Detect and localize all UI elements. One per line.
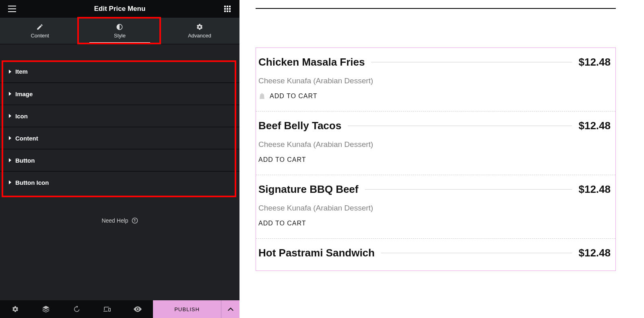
tab-advanced[interactable]: Advanced — [160, 18, 239, 44]
history-icon — [73, 306, 80, 313]
caret-right-icon — [9, 158, 11, 162]
menu-item-description: Cheese Kunafa (Arabian Dessert) — [258, 140, 611, 149]
svg-rect-5 — [229, 8, 231, 10]
menu-item: Signature BBQ Beef $12.48 Cheese Kunafa … — [256, 175, 615, 239]
cart-label: ADD TO CART — [258, 220, 306, 227]
section-label: Button — [15, 157, 35, 164]
caret-right-icon — [9, 180, 11, 184]
panel-footer: PUBLISH — [0, 300, 239, 318]
menu-item-title: Signature BBQ Beef — [258, 183, 359, 196]
menu-item-title: Beef Belly Tacos — [258, 120, 341, 132]
section-label: Item — [15, 68, 28, 75]
cart-label: ADD TO CART — [258, 156, 306, 163]
section-label: Icon — [15, 113, 28, 120]
gear-icon — [12, 306, 19, 313]
caret-right-icon — [9, 92, 11, 96]
menu-item-price: $12.48 — [578, 183, 611, 196]
publish-options-button[interactable] — [221, 300, 239, 318]
preview-canvas: Chicken Masala Fries $12.48 Cheese Kunaf… — [239, 0, 644, 318]
svg-rect-7 — [227, 10, 228, 12]
apps-button[interactable] — [219, 0, 236, 18]
need-help-link[interactable]: Need Help — [0, 217, 239, 224]
section-content[interactable]: Content — [0, 127, 239, 149]
footer-preview[interactable] — [122, 300, 153, 318]
tab-label: Advanced — [188, 33, 211, 39]
tab-label: Style — [114, 33, 126, 39]
help-icon — [132, 217, 138, 224]
svg-rect-4 — [227, 8, 228, 10]
panel-header: Edit Price Menu — [0, 0, 239, 18]
chevron-up-icon — [228, 308, 233, 311]
layers-icon — [42, 305, 50, 313]
eye-icon — [134, 306, 142, 312]
menu-button[interactable] — [3, 0, 21, 18]
svg-rect-3 — [224, 8, 226, 10]
cart-icon — [258, 93, 266, 100]
menu-item: Hot Pastrami Sandwich $12.48 — [256, 239, 615, 271]
gear-icon — [196, 23, 203, 31]
svg-rect-8 — [229, 10, 231, 12]
title-separator — [348, 126, 572, 126]
menu-item-price: $12.48 — [578, 56, 611, 68]
svg-rect-0 — [224, 6, 226, 7]
caret-right-icon — [9, 136, 11, 140]
menu-item: Chicken Masala Fries $12.48 Cheese Kunaf… — [256, 48, 615, 112]
footer-history[interactable] — [61, 300, 92, 318]
cart-label: ADD TO CART — [270, 93, 318, 100]
caret-right-icon — [9, 70, 11, 74]
caret-right-icon — [9, 114, 11, 118]
title-separator — [371, 62, 572, 62]
editor-panel: Edit Price Menu Content Style — [0, 0, 239, 318]
add-to-cart-button[interactable]: ADD TO CART — [258, 93, 611, 100]
menu-item-description: Cheese Kunafa (Arabian Dessert) — [258, 76, 611, 85]
menu-item-price: $12.48 — [578, 247, 611, 259]
menu-item-title: Hot Pastrami Sandwich — [258, 247, 375, 259]
add-to-cart-button[interactable]: ADD TO CART — [258, 220, 611, 227]
menu-item-description: Cheese Kunafa (Arabian Dessert) — [258, 204, 611, 213]
help-label: Need Help — [101, 217, 128, 224]
svg-rect-1 — [227, 6, 228, 7]
tab-style[interactable]: Style — [80, 18, 159, 44]
grid-icon — [224, 6, 231, 12]
sections: Item Image Icon Content Button Button Ic… — [0, 44, 239, 300]
footer-navigator[interactable] — [31, 300, 61, 318]
price-menu-widget[interactable]: Chicken Masala Fries $12.48 Cheese Kunaf… — [256, 47, 616, 271]
section-label: Image — [15, 91, 33, 97]
menu-item-price: $12.48 — [578, 120, 611, 132]
add-to-cart-button[interactable]: ADD TO CART — [258, 156, 611, 163]
section-item[interactable]: Item — [0, 60, 239, 83]
pencil-icon — [36, 23, 43, 31]
section-label: Button Icon — [15, 179, 49, 186]
tab-label: Content — [31, 33, 49, 39]
title-separator — [381, 253, 572, 253]
title-separator — [365, 189, 572, 190]
footer-settings[interactable] — [0, 300, 31, 318]
section-button[interactable]: Button — [0, 149, 239, 171]
section-image[interactable]: Image — [0, 83, 239, 105]
panel-title: Edit Price Menu — [94, 5, 146, 13]
svg-rect-2 — [229, 6, 231, 7]
section-label: Content — [15, 135, 38, 142]
hamburger-icon — [8, 6, 16, 12]
tabs: Content Style Advanced — [0, 18, 239, 44]
section-icon[interactable]: Icon — [0, 105, 239, 127]
divider — [256, 8, 616, 9]
menu-item: Beef Belly Tacos $12.48 Cheese Kunafa (A… — [256, 112, 615, 175]
publish-button[interactable]: PUBLISH — [153, 300, 221, 318]
footer-responsive[interactable] — [92, 300, 122, 318]
section-button-icon[interactable]: Button Icon — [0, 171, 239, 193]
menu-item-title: Chicken Masala Fries — [258, 56, 365, 68]
devices-icon — [103, 306, 111, 313]
contrast-icon — [116, 23, 123, 31]
svg-rect-6 — [224, 10, 226, 12]
tab-content[interactable]: Content — [0, 18, 80, 44]
